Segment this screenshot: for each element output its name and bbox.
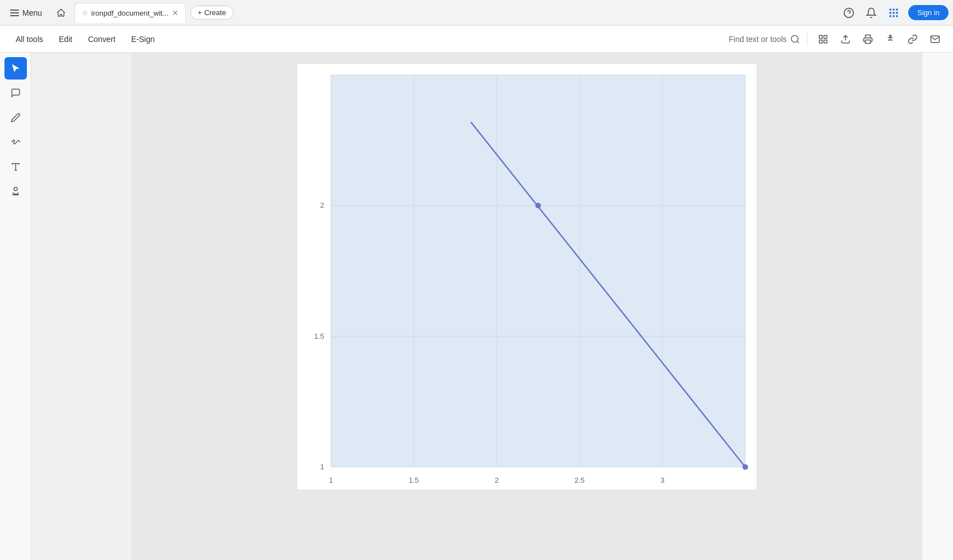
svg-point-10 [791,35,798,42]
hamburger-icon [10,10,19,16]
link-button[interactable] [904,30,922,48]
tab-close-button[interactable]: ✕ [172,8,179,17]
tab-title: ironpdf_document_wit... [91,9,169,17]
left-sidebar [0,53,31,560]
plus-icon: + [198,8,202,17]
svg-rect-6 [896,12,898,13]
svg-rect-15 [866,40,871,43]
chart-background [331,75,745,467]
cursor-tool-button[interactable] [4,57,27,80]
chart-endpoint [742,464,748,470]
stamp-tool-button[interactable] [4,180,27,203]
all-tools-menu[interactable]: All tools [9,31,50,47]
main-area: 1 1.5 2 1 1.5 2 2.5 3 [0,53,953,560]
svg-rect-13 [819,40,822,43]
new-tab-button[interactable]: + Create [190,6,233,20]
menu-label: Menu [22,8,42,17]
tab-bar: ☆ ironpdf_document_wit... ✕ + Create [74,3,837,23]
svg-rect-9 [896,15,898,17]
x-label-25: 2.5 [574,476,585,484]
svg-rect-11 [819,35,822,38]
search-label: Find text or tools [729,35,787,44]
svg-point-16 [890,35,891,36]
svg-rect-3 [896,8,898,10]
x-label-3: 3 [660,476,664,484]
home-button[interactable] [52,4,70,22]
accessibility-button[interactable] [881,30,899,48]
upload-button[interactable] [837,30,854,48]
print-button[interactable] [859,30,877,48]
main-toolbar: All tools Edit Convert E-Sign Find text … [0,26,953,53]
svg-rect-2 [893,8,895,10]
chart-wrapper: 1 1.5 2 1 1.5 2 2.5 3 [297,64,756,489]
svg-rect-14 [824,40,827,43]
sign-in-button[interactable]: Sign in [908,5,949,20]
x-label-1: 1 [329,476,333,484]
notifications-button[interactable] [863,5,879,21]
right-panel [922,53,953,560]
svg-rect-8 [893,15,895,17]
svg-rect-4 [890,12,891,13]
tab-star-icon: ☆ [82,9,88,17]
y-label-15: 1.5 [314,332,324,340]
chart-svg: 1 1.5 2 1 1.5 2 2.5 3 [297,64,756,489]
y-label-1: 1 [320,463,324,471]
browser-actions: Sign in [841,5,949,21]
x-label-15: 1.5 [409,476,419,484]
menu-button[interactable]: Menu [4,6,48,20]
esign-menu[interactable]: E-Sign [124,31,161,47]
freehand-tool-button[interactable] [4,131,27,153]
x-label-2: 2 [494,476,498,484]
create-label: Create [204,8,226,17]
view-mode-button[interactable] [814,30,832,48]
document-panel [31,53,132,560]
active-tab[interactable]: ☆ ironpdf_document_wit... ✕ [74,3,186,23]
convert-menu[interactable]: Convert [81,31,122,47]
svg-rect-1 [890,8,891,10]
apps-button[interactable] [886,5,901,21]
draw-tool-button[interactable] [4,106,27,129]
chart-midpoint [535,203,541,208]
comment-tool-button[interactable] [4,82,27,104]
toolbar-right: Find text or tools [729,30,945,48]
search-bar[interactable]: Find text or tools [729,34,801,44]
content-area[interactable]: 1 1.5 2 1 1.5 2 2.5 3 [132,53,922,560]
svg-rect-5 [893,12,895,13]
svg-rect-7 [890,15,891,17]
browser-bar: Menu ☆ ironpdf_document_wit... ✕ + Creat… [0,0,953,26]
help-button[interactable] [841,5,857,21]
email-button[interactable] [926,30,944,48]
y-label-2: 2 [320,201,324,209]
svg-rect-12 [824,35,827,38]
toolbar-divider-1 [807,32,807,46]
edit-menu[interactable]: Edit [52,31,79,47]
text-tool-button[interactable] [4,156,27,178]
